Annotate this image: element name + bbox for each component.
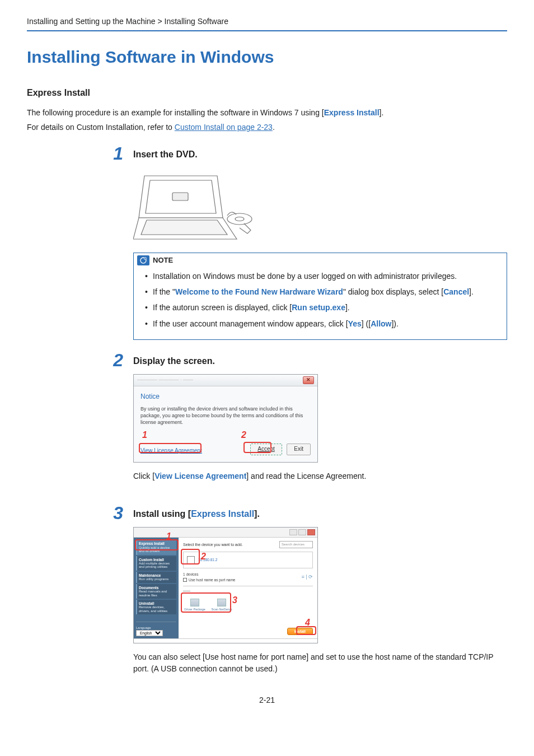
sidebar-item-title: Maintenance — [139, 573, 175, 577]
inline-bold: Yes — [348, 319, 362, 328]
svg-marker-4 — [141, 220, 227, 235]
text: ]). — [391, 319, 398, 328]
inline-bold: Express Install — [191, 509, 254, 519]
step-3: 3 Install using [Express Install]. Expre… — [27, 504, 507, 678]
divider — [27, 30, 507, 31]
select-device-label: Select the device you want to add. — [183, 542, 243, 548]
checkbox-label: Use host name as port name — [189, 578, 235, 582]
sidebar-item-title: Uninstall — [139, 601, 175, 605]
callout-highlight — [135, 539, 179, 550]
close-icon[interactable] — [307, 529, 315, 535]
sidebar-item-title: Custom Install — [139, 558, 175, 562]
toolbar-icons: ≡ | ⟳ — [301, 573, 313, 581]
page-number: 2-21 — [27, 694, 507, 706]
step-number-cell: 3 — [27, 504, 133, 522]
screenshot-installer-window: Express Install Quickly add a device and… — [133, 527, 318, 643]
sidebar-item-subtitle: Add multiple devices and printing utilit… — [139, 562, 170, 569]
callout-highlight — [181, 592, 231, 613]
callout-number: 1 — [142, 428, 147, 441]
sidebar-item-maintenance[interactable]: Maintenance Run utility programs — [136, 572, 176, 583]
installer-sidebar: Express Install Quickly add a device and… — [134, 538, 179, 638]
inline-bold: View License Agreement — [154, 472, 246, 480]
sidebar-item-custom-install[interactable]: Custom Install Add multiple devices and … — [136, 556, 176, 571]
note-item: If the user account management window ap… — [145, 318, 499, 329]
callout-highlight — [181, 549, 200, 564]
note-item: Installation on Windows must be done by … — [145, 270, 499, 282]
inline-bold: Welcome to the Found New Hardware Wizard — [175, 287, 343, 296]
note-box: NOTE Installation on Windows must be don… — [133, 253, 507, 340]
minimize-icon[interactable] — [289, 529, 297, 535]
step-2: 2 Display the screen. ———— ———— · —— ✕ N… — [27, 351, 507, 485]
callout-highlight — [243, 442, 271, 453]
window-titlebar — [134, 528, 317, 538]
note-item: If the autorun screen is displayed, clic… — [145, 302, 499, 313]
dialog-titlebar: ———— ———— · —— ✕ — [134, 375, 317, 386]
maximize-icon[interactable] — [298, 529, 306, 535]
note-list: Installation on Windows must be done by … — [134, 270, 507, 329]
note-header: NOTE — [134, 253, 507, 268]
step-caption: Click [View License Agreement] and read … — [133, 470, 507, 482]
text: If the autorun screen is displayed, clic… — [153, 303, 292, 312]
step-body: Insert the DVD. — [133, 144, 507, 340]
sidebar-item-documents[interactable]: Documents Read manuals and readme files — [136, 584, 176, 599]
document-page: Installing and Setting up the Machine > … — [0, 0, 534, 728]
text: . — [273, 123, 275, 132]
intro-paragraph-2: For details on Custom Installation, refe… — [27, 122, 507, 133]
text: ] ([ — [362, 319, 371, 328]
inline-bold: Allow — [371, 319, 391, 328]
text: Click [ — [133, 472, 154, 480]
callout-highlight — [139, 443, 202, 453]
section-heading-express-install: Express Install — [27, 86, 507, 99]
text: For details on Custom Installation, refe… — [27, 123, 175, 132]
step-body: Display the screen. ———— ———— · —— ✕ Not… — [133, 351, 507, 485]
dialog-body-text: By using or installing the device driver… — [140, 406, 311, 426]
breadcrumb: Installing and Setting up the Machine > … — [27, 16, 507, 27]
svg-point-6 — [235, 217, 244, 221]
inline-bold: Run setup.exe — [292, 303, 345, 312]
text: " dialog box displays, select [ — [343, 287, 443, 296]
step-number: 3 — [113, 503, 123, 523]
text: ]. — [345, 303, 350, 312]
note-label: NOTE — [153, 255, 173, 266]
step-title: Insert the DVD. — [133, 148, 507, 161]
page-title: Installing Software in Windows — [27, 45, 507, 69]
sidebar-item-subtitle: Read manuals and readme files — [139, 590, 167, 597]
sidebar-item-uninstall[interactable]: Uninstall Remove devices, drivers, and u… — [136, 600, 176, 614]
sidebar-item-subtitle: Run utility programs — [139, 577, 168, 581]
device-count: 1 devices — [183, 572, 198, 576]
exit-button[interactable]: Exit — [287, 444, 311, 455]
text: If the " — [153, 287, 175, 296]
callout-number: 1 — [166, 530, 171, 543]
callout-number: 3 — [232, 594, 237, 606]
info-icon — [137, 255, 149, 265]
close-icon[interactable]: ✕ — [303, 376, 314, 384]
text: ]. — [469, 287, 474, 296]
text: Install using [ — [133, 509, 191, 519]
step-title: Display the screen. — [133, 354, 507, 367]
callout-number: 2 — [241, 428, 246, 441]
text: If the user account management window ap… — [153, 319, 348, 328]
language-select[interactable]: English — [136, 630, 163, 636]
sidebar-item-title: Documents — [139, 586, 175, 590]
note-item: If the "Welcome to the Found New Hardwar… — [145, 286, 499, 297]
step-number: 2 — [113, 350, 123, 370]
step-caption: You can also select [Use host name for p… — [133, 651, 507, 674]
step-number: 1 — [113, 143, 123, 164]
text: ] and read the License Agreement. — [246, 472, 366, 480]
sidebar-language: Language English — [136, 622, 176, 637]
figure-laptop-dvd — [133, 167, 262, 246]
link-custom-install[interactable]: Custom Install on page 2-23 — [175, 123, 273, 132]
step-number-cell: 1 — [27, 144, 133, 163]
step-number-cell: 2 — [27, 351, 133, 370]
search-input[interactable]: Search devices — [279, 541, 313, 548]
intro-paragraph-1: The following procedure is an example fo… — [27, 107, 507, 118]
inline-bold: Express Install — [324, 108, 380, 117]
language-label: Language — [136, 626, 176, 631]
sidebar-item-subtitle: Remove devices, drivers, and utilities — [139, 605, 167, 613]
callout-number: 4 — [305, 616, 310, 629]
screenshot-notice-dialog: ———— ———— · —— ✕ Notice By using or inst… — [133, 374, 318, 463]
callout-number: 2 — [201, 550, 206, 563]
text: ]. — [254, 509, 260, 519]
dialog-heading: Notice — [140, 392, 311, 402]
checkbox-host-name[interactable] — [183, 578, 187, 582]
